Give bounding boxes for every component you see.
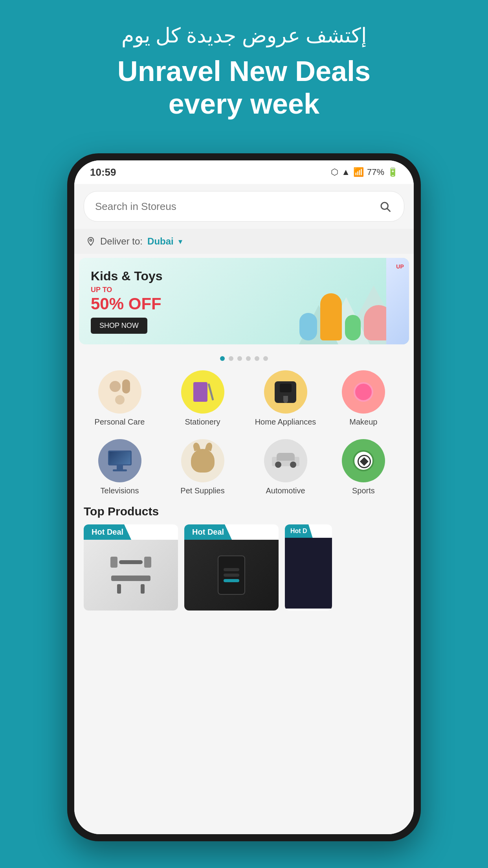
status-time: 10:59: [90, 166, 116, 178]
pet-supplies-circle: [181, 439, 224, 482]
hot-deal-label-2: Hot Deal: [184, 524, 232, 540]
banner-title: Kids & Toys: [91, 269, 163, 283]
dot-5: [255, 356, 259, 361]
product-card-coffee[interactable]: Hot Deal: [184, 524, 279, 611]
search-icon[interactable]: [377, 199, 393, 214]
banner-discount: 50% OFF: [91, 296, 163, 312]
status-icons: ⬡ ▲ 📶 77% 🔋: [331, 167, 398, 177]
televisions-circle: [98, 439, 141, 482]
search-bar[interactable]: [84, 191, 404, 222]
stationery-circle: [181, 370, 224, 414]
sports-circle: [342, 439, 385, 482]
hot-deal-label-3: Hot D: [285, 524, 313, 538]
banner-shop-now-button[interactable]: SHOP NOW: [91, 318, 147, 334]
svg-point-2: [90, 239, 92, 241]
status-bar: 10:59 ⬡ ▲ 📶 77% 🔋: [74, 160, 414, 184]
pet-supplies-icon: [187, 445, 218, 476]
battery-percent: 77%: [367, 167, 384, 177]
dot-2: [229, 356, 233, 361]
dots-indicator: [74, 356, 414, 361]
category-makeup[interactable]: Makeup: [327, 367, 400, 430]
hot-deal-label: Hot Deal: [84, 524, 131, 540]
category-label-home-appliances: Home Appliances: [255, 417, 316, 427]
televisions-icon: [102, 444, 138, 478]
dot-4: [246, 356, 251, 361]
delivery-city: Dubai: [147, 236, 174, 247]
banner-partial-next: UP: [386, 258, 409, 344]
header-section: إكتشف عروض جديدة كل يوم Unravel New Deal…: [0, 24, 488, 120]
category-home-appliances[interactable]: Home Appliances: [244, 367, 327, 430]
products-row: Hot Deal: [84, 524, 404, 611]
automotive-icon: [268, 449, 303, 473]
signal-icon: 📶: [353, 167, 364, 177]
product-card-partial[interactable]: Hot D: [285, 524, 332, 611]
search-input[interactable]: [95, 200, 377, 213]
category-label-personal-care: Personal Care: [95, 417, 145, 427]
toy-dino: [345, 315, 361, 340]
battery-icon: 🔋: [387, 167, 398, 177]
phone-mockup: 10:59 ⬡ ▲ 📶 77% 🔋: [67, 153, 421, 841]
content-area: Deliver to: Dubai ▾ Kids & Toys UP TO 50…: [74, 184, 414, 834]
category-label-pet-supplies: Pet Supplies: [180, 486, 224, 495]
banner-slide[interactable]: Kids & Toys UP TO 50% OFF SHOP NOW: [79, 258, 409, 344]
toy-giraffe: [320, 293, 342, 340]
header-arabic-text: إكتشف عروض جديدة كل يوم: [31, 24, 457, 47]
home-appliances-circle: [264, 370, 307, 414]
automotive-circle: [264, 439, 307, 482]
category-label-televisions: Televisions: [101, 486, 139, 495]
category-sports[interactable]: Sports: [327, 436, 400, 498]
banner-content: Kids & Toys UP TO 50% OFF SHOP NOW: [79, 261, 174, 342]
bluetooth-icon: ⬡: [331, 167, 338, 177]
category-stationery[interactable]: Stationery: [161, 367, 244, 430]
category-televisions[interactable]: Televisions: [78, 436, 161, 498]
top-products-section: Top Products Hot Deal: [74, 505, 414, 617]
product-image-coffee: [184, 540, 279, 611]
hot-deal-badge-coffee: Hot Deal: [184, 524, 279, 540]
personal-care-icon: [98, 373, 141, 411]
location-pin-icon: [86, 237, 95, 246]
toy-elephant: [299, 313, 317, 340]
svg-line-1: [387, 209, 390, 211]
category-label-makeup: Makeup: [349, 417, 377, 427]
makeup-icon: [350, 378, 377, 406]
sports-icon: [349, 446, 378, 475]
product-card-gym[interactable]: Hot Deal: [84, 524, 178, 611]
category-label-stationery: Stationery: [185, 417, 220, 427]
chevron-down-icon[interactable]: ▾: [178, 237, 182, 246]
wifi-icon: ▲: [341, 167, 350, 177]
categories-row-2: Televisions Pet Supplies: [74, 436, 414, 498]
category-pet-supplies[interactable]: Pet Supplies: [161, 436, 244, 498]
product-image-partial: [285, 538, 332, 609]
hot-deal-badge-gym: Hot Deal: [84, 524, 178, 540]
categories-row-1: Personal Care Stationery: [74, 367, 414, 430]
top-products-title: Top Products: [84, 505, 404, 518]
makeup-circle: [342, 370, 385, 414]
dot-1: [220, 356, 225, 361]
personal-care-circle: [98, 370, 141, 414]
category-personal-care[interactable]: Personal Care: [78, 367, 161, 430]
header-english-text: Unravel New Deals every week: [31, 55, 457, 120]
stationery-icon: [189, 377, 216, 406]
dot-6: [263, 356, 268, 361]
banner-upto-label: UP TO: [91, 286, 112, 294]
banner-section[interactable]: Kids & Toys UP TO 50% OFF SHOP NOW: [74, 258, 414, 352]
product-image-gym: [84, 540, 178, 611]
hot-deal-badge-partial: Hot D: [285, 524, 332, 538]
phone-screen: 10:59 ⬡ ▲ 📶 77% 🔋: [74, 160, 414, 834]
delivery-label: Deliver to:: [100, 236, 143, 247]
category-label-automotive: Automotive: [266, 486, 305, 495]
category-label-sports: Sports: [352, 486, 375, 495]
dot-3: [237, 356, 242, 361]
home-appliances-icon: [270, 377, 301, 408]
delivery-bar[interactable]: Deliver to: Dubai ▾: [74, 229, 414, 254]
partial-upto-text: UP: [396, 263, 404, 270]
category-automotive[interactable]: Automotive: [244, 436, 327, 498]
